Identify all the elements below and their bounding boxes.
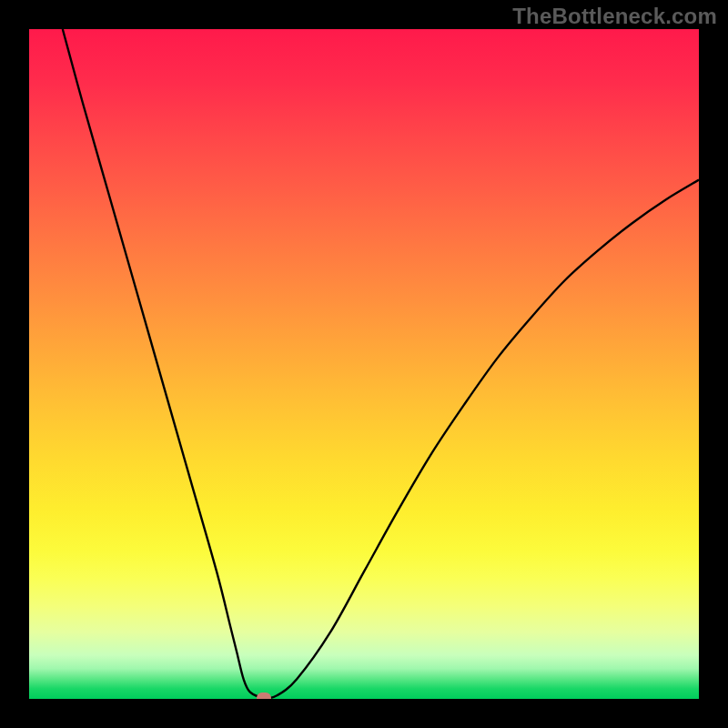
bottleneck-curve (63, 29, 699, 698)
chart-root: TheBottleneck.com (0, 0, 728, 728)
watermark-text: TheBottleneck.com (512, 4, 717, 29)
curve-overlay (29, 29, 699, 699)
plot-area (29, 29, 699, 699)
optimum-marker (257, 693, 271, 699)
